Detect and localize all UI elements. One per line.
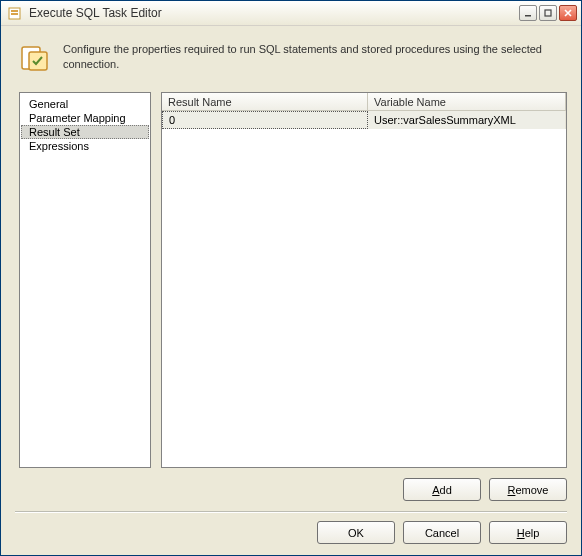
close-button[interactable] <box>559 5 577 21</box>
divider <box>15 511 567 513</box>
help-button[interactable]: Help <box>489 521 567 544</box>
table-row[interactable]: 0 User::varSalesSummaryXML <box>162 111 566 129</box>
description-area: Configure the properties required to run… <box>1 26 581 84</box>
description-text: Configure the properties required to run… <box>63 42 563 72</box>
svg-rect-3 <box>525 15 531 17</box>
result-grid: Result Name Variable Name 0 User::varSal… <box>161 92 567 468</box>
title-bar: Execute SQL Task Editor <box>1 1 581 26</box>
cell-result-name[interactable]: 0 <box>162 111 368 129</box>
svg-rect-2 <box>11 13 18 15</box>
remove-button[interactable]: Remove <box>489 478 567 501</box>
nav-item-general[interactable]: General <box>21 97 149 111</box>
grid-header: Result Name Variable Name <box>162 93 566 111</box>
col-variable-name[interactable]: Variable Name <box>368 93 566 110</box>
dialog-button-row: OK Cancel Help <box>1 515 581 550</box>
nav-item-parameter-mapping[interactable]: Parameter Mapping <box>21 111 149 125</box>
maximize-button[interactable] <box>539 5 557 21</box>
svg-rect-1 <box>11 10 18 12</box>
app-icon <box>7 5 23 21</box>
nav-panel: General Parameter Mapping Result Set Exp… <box>19 92 151 468</box>
nav-item-result-set[interactable]: Result Set <box>21 125 149 139</box>
window-title: Execute SQL Task Editor <box>29 6 519 20</box>
add-button[interactable]: Add <box>403 478 481 501</box>
ok-button[interactable]: OK <box>317 521 395 544</box>
cancel-button[interactable]: Cancel <box>403 521 481 544</box>
col-result-name[interactable]: Result Name <box>162 93 368 110</box>
grid-button-row: Add Remove <box>1 472 581 507</box>
window-controls <box>519 5 577 21</box>
cell-variable-name[interactable]: User::varSalesSummaryXML <box>368 111 566 129</box>
svg-rect-4 <box>545 10 551 16</box>
content-area: General Parameter Mapping Result Set Exp… <box>1 84 581 472</box>
nav-item-expressions[interactable]: Expressions <box>21 139 149 153</box>
minimize-button[interactable] <box>519 5 537 21</box>
grid-body: 0 User::varSalesSummaryXML <box>162 111 566 467</box>
task-icon <box>19 42 51 74</box>
